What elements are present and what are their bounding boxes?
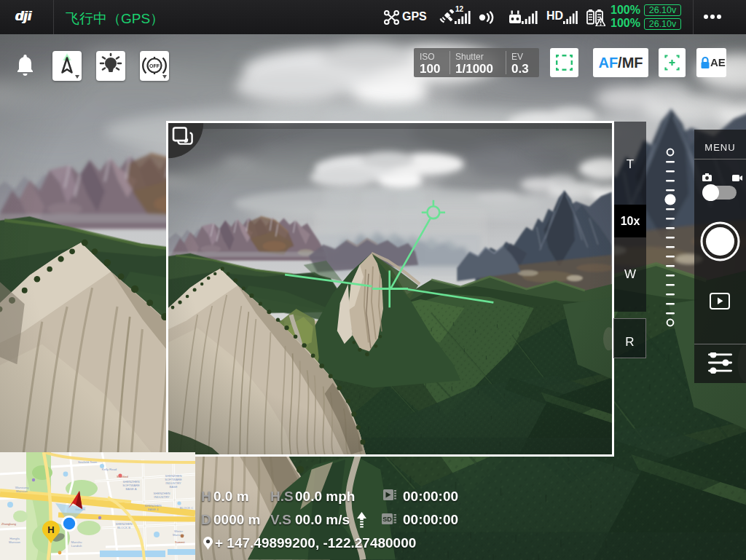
svg-text:Kelly Road: Kelly Road: [102, 468, 117, 471]
svg-text:Seafield Town: Seafield Town: [78, 460, 98, 464]
svg-text:Mansion: Mansion: [9, 540, 20, 544]
svg-text:Landish: Landish: [71, 544, 82, 548]
svg-text:INDUSTRY: INDUSTRY: [154, 495, 170, 499]
svg-text:Sherified: Sherified: [117, 475, 128, 478]
svg-text:BASE A: BASE A: [126, 487, 137, 491]
svg-text:BASE 4: BASE 4: [148, 508, 159, 511]
svg-text:Zhongkang: Zhongkang: [1, 522, 16, 526]
svg-text:Mansion: Mansion: [16, 489, 28, 493]
svg-text:BLOCK C: BLOCK C: [180, 506, 193, 510]
svg-text:H: H: [47, 524, 54, 535]
svg-text:SD: SD: [382, 516, 392, 523]
svg-text:Summit: Summit: [175, 540, 185, 544]
svg-text:OFF: OFF: [149, 63, 160, 68]
svg-text:BASE: BASE: [169, 485, 177, 489]
svg-text:BLOCK B: BLOCK B: [117, 526, 130, 529]
